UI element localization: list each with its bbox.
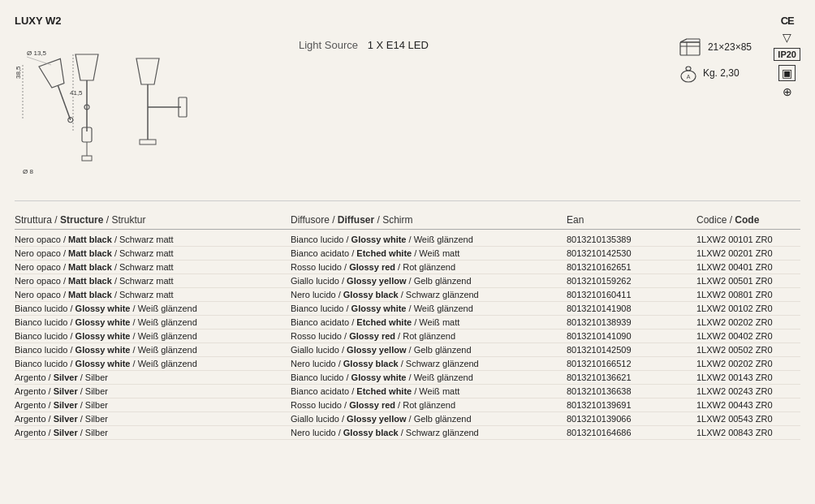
cell-diffusore: Bianco lucido / Glossy white / Weiß glän… [291,235,567,244]
cell-codice: 1LXW2 00102 ZR0 [696,304,815,313]
weight-value: Kg. 2,30 [703,67,740,79]
col-header-diffusore: Diffusore / Diffuser / Schirm [291,214,567,226]
cell-diffusore: Giallo lucido / Glossy yellow / Gelb glä… [291,414,567,424]
table-body: Nero opaco / Matt black / Schwarz matt B… [15,233,800,440]
cell-diffusore: Nero lucido / Glossy black / Schwarz glä… [291,359,567,368]
cell-codice: 1LXW2 00401 ZR0 [696,262,815,272]
cell-struttura: Argento / Silver / Silber [15,414,291,424]
cell-ean: 8013210139691 [567,400,696,410]
cell-diffusore: Nero lucido / Glossy black / Schwarz glä… [291,290,567,299]
col-header-struttura: Struttura / Structure / Struktur [15,214,291,226]
page: LUXY W2 38,5 [0,0,815,504]
table-row: Nero opaco / Matt black / Schwarz matt G… [15,274,800,288]
table-row: Nero opaco / Matt black / Schwarz matt B… [15,233,800,247]
ce-symbol: CE [781,15,794,27]
svg-rect-27 [686,67,691,71]
specs-middle: Light Source 1 X E14 LED [274,31,679,59]
svg-text:A: A [687,74,691,80]
svg-text:41,5: 41,5 [70,89,83,97]
weight-icon: A [679,63,698,83]
cell-diffusore: Rosso lucido / Glossy red / Rot glänzend [291,400,567,410]
cell-ean: 8013210138939 [567,317,696,327]
cell-codice: 1LXW2 00202 ZR0 [696,317,815,327]
svg-rect-21 [680,42,700,55]
cell-struttura: Argento / Silver / Silber [15,386,291,396]
table-row: Bianco lucido / Glossy white / Weiß glän… [15,316,800,330]
table-header: Struttura / Structure / Struktur Diffuso… [15,211,800,230]
table-row: Nero opaco / Matt black / Schwarz matt R… [15,261,800,274]
cell-ean: 8013210135389 [567,235,696,244]
cell-struttura: Nero opaco / Matt black / Schwarz matt [15,248,291,258]
svg-text:Ø 8: Ø 8 [23,168,33,175]
circle-symbol: ⊕ [783,85,792,98]
cell-struttura: Bianco lucido / Glossy white / Weiß glän… [15,317,291,327]
svg-point-2 [67,117,74,123]
ce-area: CE ▽ IP20 ▣ ⊕ [774,15,800,98]
cell-codice: 1LXW2 00502 ZR0 [696,345,815,355]
cell-diffusore: Giallo lucido / Glossy yellow / Gelb glä… [291,276,567,286]
cell-diffusore: Nero lucido / Glossy black / Schwarz glä… [291,428,567,437]
cell-codice: 1LXW2 00801 ZR0 [696,290,815,299]
cell-struttura: Argento / Silver / Silber [15,373,291,382]
cell-codice: 1LXW2 00443 ZR0 [696,400,815,410]
cell-ean: 8013210159262 [567,276,696,286]
cell-ean: 8013210164686 [567,428,696,437]
table-row: Nero opaco / Matt black / Schwarz matt B… [15,247,800,261]
cell-codice: 1LXW2 00501 ZR0 [696,276,815,286]
box-icon [679,37,703,57]
ip-rating: IP20 [774,48,800,61]
svg-rect-17 [140,140,156,144]
col-header-ean: Ean [567,214,696,226]
cell-struttura: Bianco lucido / Glossy white / Weiß glän… [15,304,291,313]
col-header-codice: Codice / Code [696,214,815,226]
cell-diffusore: Bianco acidato / Etched white / Weiß mat… [291,317,567,327]
box-dimensions: 21×23×85 [679,37,752,57]
triangle-symbol: ▽ [783,31,791,44]
cell-diffusore: Rosso lucido / Glossy red / Rot glänzend [291,262,567,272]
cell-codice: 1LXW2 00402 ZR0 [696,331,815,341]
cell-struttura: Bianco lucido / Glossy white / Weiß glän… [15,331,291,341]
cell-codice: 1LXW2 00843 ZR0 [696,428,815,437]
table-row: Bianco lucido / Glossy white / Weiß glän… [15,302,800,316]
cell-struttura: Nero opaco / Matt black / Schwarz matt [15,262,291,272]
cell-diffusore: Giallo lucido / Glossy yellow / Gelb glä… [291,345,567,355]
cell-struttura: Bianco lucido / Glossy white / Weiß glän… [15,359,291,368]
cell-diffusore: Bianco acidato / Etched white / Weiß mat… [291,248,567,258]
cell-ean: 8013210166512 [567,359,696,368]
light-source-value: 1 X E14 LED [368,39,429,51]
svg-line-1 [58,85,70,119]
cell-diffusore: Rosso lucido / Glossy red / Rot glänzend [291,331,567,341]
product-diagram: 38,5 41,5 [15,42,274,184]
table-row: Argento / Silver / Silber Rosso lucido /… [15,398,800,412]
cell-ean: 8013210142530 [567,248,696,258]
table-row: Bianco lucido / Glossy white / Weiß glän… [15,357,800,371]
svg-rect-10 [82,156,92,161]
box-dims-value: 21×23×85 [708,41,752,53]
table-row: Bianco lucido / Glossy white / Weiß glän… [15,330,800,343]
square-symbol: ▣ [778,65,796,81]
light-source-label: Light Source [299,39,358,51]
divider [15,200,800,201]
svg-text:38,5: 38,5 [15,66,22,79]
cell-codice: 1LXW2 00243 ZR0 [696,386,815,396]
svg-line-19 [27,57,51,65]
cell-struttura: Nero opaco / Matt black / Schwarz matt [15,290,291,299]
table-row: Nero opaco / Matt black / Schwarz matt N… [15,288,800,302]
table-row: Argento / Silver / Silber Giallo lucido … [15,412,800,426]
cell-struttura: Bianco lucido / Glossy white / Weiß glän… [15,345,291,355]
cell-ean: 8013210141908 [567,304,696,313]
cell-diffusore: Bianco acidato / Etched white / Weiß mat… [291,386,567,396]
cell-ean: 8013210162651 [567,262,696,272]
svg-marker-5 [75,54,98,80]
cell-struttura: Nero opaco / Matt black / Schwarz matt [15,276,291,286]
cell-codice: 1LXW2 00143 ZR0 [696,373,815,382]
cell-struttura: Argento / Silver / Silber [15,400,291,410]
cell-diffusore: Bianco lucido / Glossy white / Weiß glän… [291,373,567,382]
cell-ean: 8013210136621 [567,373,696,382]
cell-ean: 8013210142509 [567,345,696,355]
table-row: Argento / Silver / Silber Bianco lucido … [15,371,800,385]
svg-marker-0 [39,58,69,89]
cell-codice: 1LXW2 00202 ZR0 [696,359,815,368]
cell-codice: 1LXW2 00201 ZR0 [696,248,815,258]
cell-codice: 1LXW2 00543 ZR0 [696,414,815,424]
